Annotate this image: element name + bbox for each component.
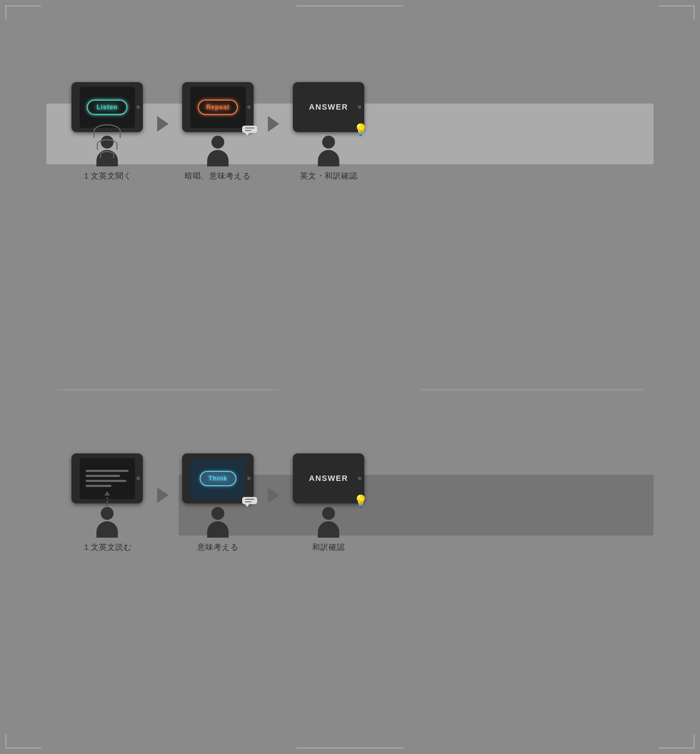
arrow-triangle-3 (157, 487, 169, 503)
body-answer2 (318, 521, 339, 538)
body-think (207, 521, 228, 538)
sound-wave-group (94, 124, 121, 158)
speech-bubble-think (242, 497, 257, 504)
speech-line-3 (245, 499, 254, 500)
section-divider (57, 389, 643, 390)
dot-3 (106, 504, 108, 506)
speech-tail-2 (245, 504, 249, 507)
dot-1 (106, 497, 108, 499)
top-center-decoration (297, 5, 403, 6)
arrow-triangle-1 (157, 116, 169, 132)
listen-button[interactable]: Listen (87, 100, 127, 115)
repeat-button[interactable]: Repeat (198, 100, 238, 115)
speech-line-4 (245, 501, 252, 502)
step-answer2: ANSWER 💡 和訳確認 (293, 453, 364, 553)
step-read: １文英文読む (72, 453, 143, 553)
step-repeat: Repeat 暗唱、意味考える (182, 82, 253, 181)
person-read (72, 507, 143, 538)
arrow-triangle-4 (268, 487, 279, 503)
bracket-corner-bl (5, 734, 41, 749)
step-think: Think 意味考える (182, 453, 253, 553)
up-arrow-dashed (104, 491, 110, 506)
label-read: １文英文読む (72, 542, 143, 553)
step-listen: Listen １文英文聞く (72, 82, 143, 181)
tablet-think: Think (182, 453, 253, 503)
person-think (182, 507, 253, 538)
bracket-corner-tl (5, 5, 41, 20)
wave-lg (94, 124, 121, 138)
arrow-3 (157, 487, 169, 503)
body-answer1 (318, 150, 339, 166)
head-think (211, 507, 224, 520)
body-read (97, 521, 118, 538)
wave-sm (100, 151, 114, 158)
wave-md (97, 139, 117, 150)
arrow-4 (268, 487, 279, 503)
label-answer2: 和訳確認 (293, 542, 364, 553)
screen-repeat: Repeat (191, 87, 246, 128)
label-repeat: 暗唱、意味考える (182, 171, 253, 181)
lightbulb-1: 💡 (353, 123, 368, 136)
bottom-center-decoration (297, 748, 403, 749)
speech-line-2 (245, 130, 252, 131)
divider-notch (314, 386, 386, 394)
label-listen: １文英文聞く (72, 171, 143, 181)
head-answer1 (322, 136, 335, 148)
screen-answer1: ANSWER (301, 87, 356, 128)
label-think: 意味考える (182, 542, 253, 553)
reading-lines (83, 467, 131, 490)
tablet-repeat: Repeat (182, 82, 253, 132)
screen-think: Think (191, 458, 246, 499)
body-repeat (207, 150, 228, 166)
person-answer1: 💡 (293, 136, 364, 166)
section-2: １文英文読む Think (0, 453, 700, 568)
label-answer1: 英文・和訳確認 (293, 171, 364, 181)
dot-2 (106, 501, 108, 503)
up-arrow-head (104, 491, 110, 495)
answer-text-2: ANSWER (309, 474, 348, 483)
head-read (101, 507, 114, 520)
person-answer2: 💡 (293, 507, 364, 538)
arrow-1 (157, 116, 169, 132)
bracket-corner-br (659, 734, 695, 749)
lightbulb-2: 💡 (353, 494, 368, 508)
read-line-4 (86, 485, 111, 487)
arrow-2 (268, 116, 279, 132)
read-line-1 (86, 470, 128, 472)
person-repeat (182, 136, 253, 166)
answer-text-1: ANSWER (309, 103, 348, 112)
person-listen (72, 136, 143, 166)
head-answer2 (322, 507, 335, 520)
section-1: Listen １文英文聞く (0, 82, 700, 196)
divider-right (422, 389, 643, 390)
speech-bubble-repeat (242, 126, 257, 133)
screen-answer2: ANSWER (301, 458, 356, 499)
divider-left (57, 389, 278, 390)
step-answer1: ANSWER 💡 英文・和訳確認 (293, 82, 364, 181)
head-repeat (211, 136, 224, 148)
read-line-3 (86, 480, 127, 482)
speech-tail (245, 133, 249, 136)
screen-listen: Listen (80, 87, 135, 128)
read-line-2 (86, 475, 120, 477)
arrow-triangle-2 (268, 116, 279, 132)
think-button[interactable]: Think (200, 471, 236, 486)
bracket-corner-tr (659, 5, 695, 20)
speech-line-1 (245, 128, 254, 128)
